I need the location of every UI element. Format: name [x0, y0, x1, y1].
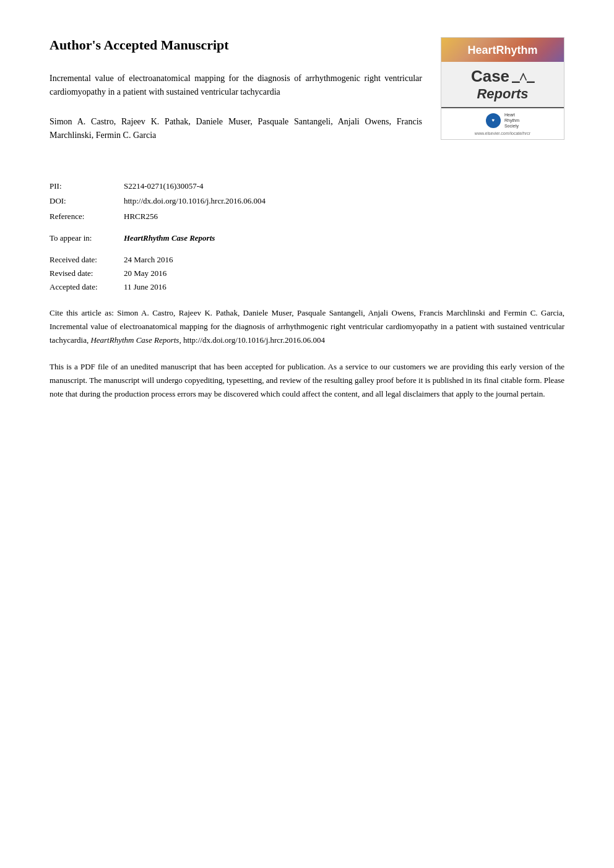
manuscript-heading: Author's Accepted Manuscript	[50, 37, 422, 53]
journal-badge: HeartRhythm Case ⎯⋀⎯ Reports ♥ Heart Rhy…	[441, 37, 564, 140]
disclaimer-text: This is a PDF file of an unedited manusc…	[50, 362, 564, 398]
revised-label: Revised date:	[50, 267, 124, 280]
reports-text: Reports	[449, 86, 556, 102]
society-line2: Rhythm	[504, 118, 519, 123]
accepted-row: Accepted date: 11 June 2016	[50, 280, 564, 294]
badge-url: www.elsevier.com/locate/hrcr	[449, 131, 556, 135]
dates-section: Received date: 24 March 2016 Revised dat…	[50, 253, 564, 294]
cite-prefix: Cite this article as:	[50, 308, 114, 317]
doi-row: DOI: http://dx.doi.org/10.1016/j.hrcr.20…	[50, 195, 564, 208]
authors: Simon A. Castro, Rajeev K. Pathak, Danie…	[50, 115, 422, 143]
metadata-section: PII: S2214-0271(16)30057-4 DOI: http://d…	[50, 180, 564, 401]
society-line3: Society	[504, 123, 519, 129]
reference-value: HRCR256	[124, 210, 158, 223]
pii-label: PII:	[50, 180, 124, 193]
cite-doi: http://dx.doi.org/10.1016/j.hrcr.2016.06…	[183, 335, 325, 345]
received-row: Received date: 24 March 2016	[50, 253, 564, 267]
pii-row: PII: S2214-0271(16)30057-4	[50, 180, 564, 193]
revised-value: 20 May 2016	[124, 267, 166, 280]
to-appear-label: To appear in:	[50, 233, 124, 243]
header-section: Author's Accepted Manuscript Incremental…	[50, 37, 564, 143]
page: Author's Accepted Manuscript Incremental…	[0, 0, 614, 868]
accepted-value: 11 June 2016	[124, 280, 166, 294]
case-word: Case	[471, 67, 509, 86]
article-title: Incremental value of electroanatomical m…	[50, 72, 422, 100]
society-icon: ♥	[486, 113, 501, 128]
revised-row: Revised date: 20 May 2016	[50, 267, 564, 280]
accepted-label: Accepted date:	[50, 280, 124, 294]
ecg-icon: ⎯⋀⎯	[512, 69, 534, 84]
to-appear-value: HeartRhythm Case Reports	[124, 233, 215, 243]
society-logo: ♥ Heart Rhythm Society	[449, 112, 556, 129]
to-appear-section: To appear in: HeartRhythm Case Reports	[50, 233, 564, 243]
reference-row: Reference: HRCR256	[50, 210, 564, 223]
heart-text-span: Heart	[467, 44, 496, 56]
cite-text: Simon A. Castro, Rajeev K. Pathak, Danie…	[50, 308, 564, 345]
society-line1: Heart	[504, 112, 519, 118]
reference-label: Reference:	[50, 210, 124, 223]
society-text: Heart Rhythm Society	[504, 112, 519, 129]
badge-middle: Case ⎯⋀⎯ Reports	[441, 62, 564, 107]
cite-journal: HeartRhythm Case Reports,	[90, 335, 181, 345]
received-label: Received date:	[50, 253, 124, 267]
header-left: Author's Accepted Manuscript Incremental…	[50, 37, 441, 143]
rhythm-text-span: Rhythm	[496, 44, 538, 56]
received-value: 24 March 2016	[124, 253, 173, 267]
case-text: Case ⎯⋀⎯	[449, 67, 556, 86]
pii-value: S2214-0271(16)30057-4	[124, 180, 204, 193]
badge-top: HeartRhythm	[441, 38, 564, 62]
cite-section: Cite this article as: Simon A. Castro, R…	[50, 306, 564, 347]
doi-value: http://dx.doi.org/10.1016/j.hrcr.2016.06…	[124, 195, 266, 208]
journal-name: HeartRhythm	[449, 44, 556, 57]
disclaimer-section: This is a PDF file of an unedited manusc…	[50, 360, 564, 401]
badge-bottom: ♥ Heart Rhythm Society www.elsevier.com/…	[441, 107, 564, 139]
doi-label: DOI:	[50, 195, 124, 208]
